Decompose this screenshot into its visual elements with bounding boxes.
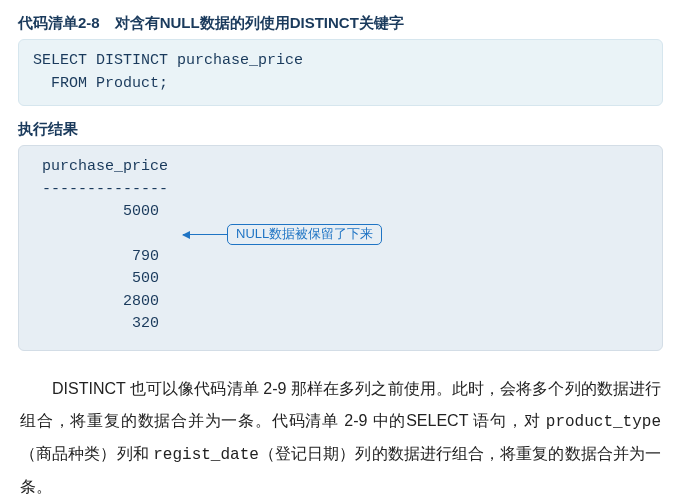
result-divider: -------------- bbox=[33, 179, 648, 202]
body-mono-1: product_type bbox=[546, 413, 661, 431]
listing-title: 代码清单2-8 对含有NULL数据的列使用DISTINCT关键字 bbox=[18, 14, 663, 33]
arrow-left-icon bbox=[183, 234, 227, 235]
code-block: SELECT DISTINCT purchase_price FROM Prod… bbox=[18, 39, 663, 106]
result-row: 320 bbox=[33, 313, 648, 336]
result-row: 2800 bbox=[33, 291, 648, 314]
code-line-1: SELECT DISTINCT purchase_price bbox=[33, 52, 303, 69]
null-annotation-label: NULL数据被保留了下来 bbox=[227, 224, 382, 246]
body-seg-2: （商品种类）列和 bbox=[20, 445, 153, 462]
result-row: 5000 bbox=[33, 201, 648, 224]
result-column-header: purchase_price bbox=[33, 156, 648, 179]
null-annotation-row: NULL数据被保留了下来 bbox=[33, 224, 648, 246]
code-line-2: FROM Product; bbox=[33, 75, 168, 92]
body-paragraph: DISTINCT 也可以像代码清单 2-9 那样在多列之前使用。此时，会将多个列… bbox=[18, 373, 663, 501]
body-mono-2: regist_date bbox=[153, 446, 259, 464]
result-row: 500 bbox=[33, 268, 648, 291]
result-block: purchase_price -------------- 5000 NULL数… bbox=[18, 145, 663, 351]
result-row: 790 bbox=[33, 246, 648, 269]
result-title: 执行结果 bbox=[18, 120, 663, 139]
